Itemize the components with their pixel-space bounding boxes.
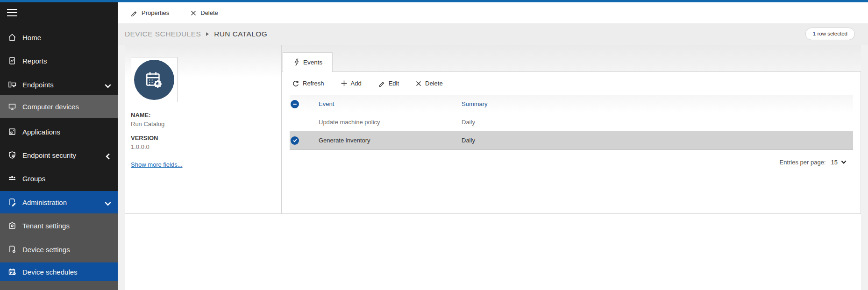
sidebar-item-label: Administration <box>22 198 67 206</box>
sidebar-item-label: Computer devices <box>22 103 79 111</box>
properties-label: Properties <box>142 9 169 16</box>
sidebar-item-label: Endpoint security <box>22 151 76 159</box>
sidebar-item-administration[interactable]: Administration <box>0 191 118 213</box>
endpoint-security-icon <box>7 150 17 160</box>
entries-per-page-value[interactable]: 15 <box>831 159 838 166</box>
events-table: Event Summary Update machine policy Dail… <box>290 95 853 150</box>
administration-icon <box>7 198 17 207</box>
home-icon <box>7 33 17 42</box>
name-value: Run Catalog <box>131 120 281 127</box>
sidebar-item-label: Endpoints <box>22 81 54 89</box>
version-label: VERSION <box>131 134 281 141</box>
sidebar-item-label: Home <box>22 34 41 42</box>
top-accent-strip <box>0 0 868 2</box>
sidebar-item-endpoints[interactable]: Endpoints <box>0 73 118 96</box>
sidebar-item-label: Groups <box>22 175 45 183</box>
sidebar-item-reports[interactable]: Reports <box>0 50 118 72</box>
delete-event-label: Delete <box>425 80 443 87</box>
sidebar-item-label: Device schedules <box>22 268 78 276</box>
select-all-checkbox[interactable] <box>291 100 299 108</box>
pagination: Entries per page: 15 <box>780 159 847 166</box>
sidebar-item-endpoint-security[interactable]: Endpoint security <box>0 144 118 166</box>
sidebar: Home Reports Endpoints Computer devices … <box>0 0 118 290</box>
content-gutter-left <box>118 45 125 290</box>
computer-devices-icon <box>7 102 17 111</box>
tab-events[interactable]: Events <box>283 52 333 72</box>
hamburger-menu-icon[interactable] <box>7 9 17 16</box>
entries-per-page-dropdown[interactable] <box>841 160 847 164</box>
reports-icon <box>7 56 17 65</box>
sidebar-item-tenant-settings[interactable]: Tenant settings <box>0 214 118 237</box>
groups-icon <box>7 174 17 183</box>
x-icon <box>416 81 421 86</box>
table-row[interactable]: Update machine policy Daily <box>290 113 853 131</box>
pencil-icon <box>378 80 385 87</box>
tenant-settings-icon <box>7 221 17 230</box>
delete-label: Delete <box>200 9 218 16</box>
summary-cell: Daily <box>454 119 853 126</box>
chevron-down-icon <box>841 160 847 164</box>
sidebar-item-label: Device settings <box>22 246 70 254</box>
add-label: Add <box>351 80 362 87</box>
record-toolbar: Properties Delete <box>118 2 868 23</box>
event-cell: Update machine policy <box>311 119 454 126</box>
sidebar-item-device-schedules[interactable]: Device schedules <box>0 262 118 281</box>
tab-events-label: Events <box>303 59 322 66</box>
breadcrumb-parent[interactable]: DEVICE SCHEDULES <box>125 30 201 38</box>
sidebar-item-computer-devices[interactable]: Computer devices <box>0 95 118 118</box>
sidebar-item-groups[interactable]: Groups <box>0 167 118 190</box>
show-more-fields-link[interactable]: Show more fields... <box>131 161 183 168</box>
schedule-thumbnail <box>131 57 178 102</box>
sidebar-item-label: Reports <box>22 57 47 65</box>
edit-button[interactable]: Edit <box>378 80 399 87</box>
sidebar-item-device-settings[interactable]: Device settings <box>0 238 118 261</box>
breadcrumb-arrow-icon <box>206 32 209 36</box>
events-toolbar: Refresh Add Edit Delete <box>282 72 861 95</box>
row-checkbox-checked[interactable] <box>291 136 299 145</box>
column-header-event[interactable]: Event <box>311 100 454 107</box>
plus-icon <box>341 80 347 86</box>
refresh-icon <box>292 80 299 87</box>
lightning-icon <box>294 58 299 66</box>
refresh-button[interactable]: Refresh <box>292 80 324 87</box>
table-row-selected[interactable]: Generate inventory Daily <box>290 131 853 150</box>
tab-strip-background <box>282 45 861 71</box>
calendar-gear-icon <box>143 69 165 91</box>
column-header-summary[interactable]: Summary <box>454 100 853 107</box>
details-card: NAME: Run Catalog VERSION 1.0.0.0 Show m… <box>125 45 282 214</box>
refresh-label: Refresh <box>303 80 324 87</box>
device-schedules-icon <box>7 267 17 276</box>
sidebar-item-home[interactable]: Home <box>0 26 118 49</box>
endpoints-icon <box>7 80 17 89</box>
sidebar-item-label: Applications <box>22 128 60 136</box>
delete-button[interactable]: Delete <box>191 9 218 16</box>
x-icon <box>191 10 196 16</box>
summary-cell: Daily <box>454 137 853 144</box>
sidebar-item-applications[interactable]: Applications <box>0 120 118 143</box>
sidebar-item-label: Tenant settings <box>22 222 70 230</box>
app-window: Home Reports Endpoints Computer devices … <box>0 0 868 290</box>
version-value: 1.0.0.0 <box>131 143 281 150</box>
chevron-left-icon <box>103 152 113 161</box>
name-label: NAME: <box>131 112 281 119</box>
breadcrumb-current: RUN CATALOG <box>214 30 267 38</box>
applications-icon <box>7 127 17 136</box>
chevron-down-icon <box>103 81 113 91</box>
selection-badge: 1 row selected <box>805 28 855 40</box>
events-panel: Refresh Add Edit Delete <box>282 71 861 214</box>
minus-icon <box>292 102 297 106</box>
pencil-icon <box>131 10 137 16</box>
edit-label: Edit <box>389 80 399 87</box>
entries-per-page-label: Entries per page: <box>780 159 826 166</box>
device-settings-icon <box>7 245 17 254</box>
properties-button[interactable]: Properties <box>131 9 169 16</box>
table-header-row: Event Summary <box>290 95 853 113</box>
chevron-down-icon <box>103 199 113 208</box>
check-icon <box>292 138 298 143</box>
event-cell: Generate inventory <box>311 137 454 144</box>
content-gutter-right <box>861 45 868 290</box>
add-button[interactable]: Add <box>341 80 362 87</box>
delete-event-button[interactable]: Delete <box>416 80 443 87</box>
breadcrumb: DEVICE SCHEDULES RUN CATALOG 1 row selec… <box>118 23 868 45</box>
